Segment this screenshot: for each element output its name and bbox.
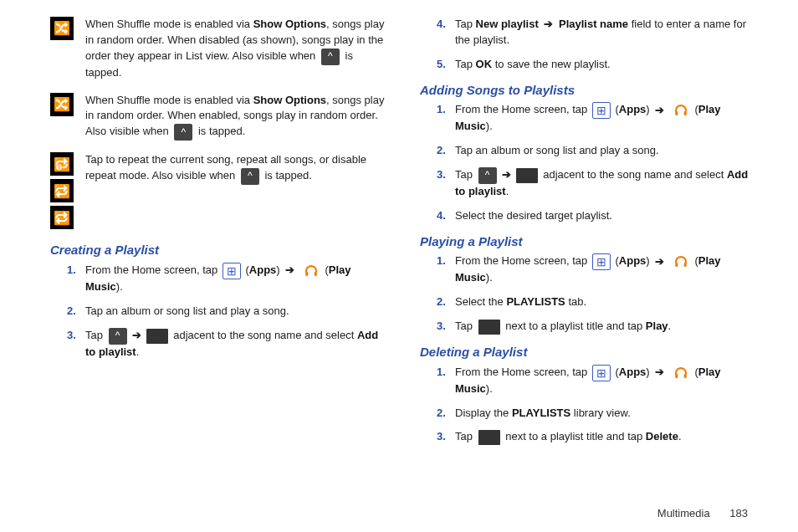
page-number: 183 bbox=[729, 507, 748, 519]
list-item: 2. Tap an album or song list and play a … bbox=[67, 304, 386, 320]
heading-adding-songs: Adding Songs to Playlists bbox=[420, 81, 756, 100]
list-item: 2. Select the PLAYLISTS tab. bbox=[437, 294, 756, 310]
svg-rect-3 bbox=[684, 111, 687, 115]
apps-icon: ⊞ bbox=[592, 253, 611, 270]
deleting-steps: 1. From the Home screen, tap ⊞ (Apps) ➔ … bbox=[420, 365, 756, 446]
svg-rect-0 bbox=[305, 272, 308, 276]
svg-rect-5 bbox=[684, 263, 687, 267]
arrow-icon: ➔ bbox=[502, 168, 511, 181]
heading-creating-playlist: Creating a Playlist bbox=[50, 241, 386, 259]
list-item: 1. From the Home screen, tap ⊞ (Apps) ➔ … bbox=[437, 102, 756, 135]
list-item: 4.Select the desired target playlist. bbox=[437, 208, 756, 224]
creating-steps-cont: 4. Tap New playlist ➔ Playlist name fiel… bbox=[420, 17, 756, 73]
repeat-one-icon: 🔂 bbox=[50, 152, 74, 176]
list-item: 4. Tap New playlist ➔ Playlist name fiel… bbox=[437, 17, 756, 49]
chevron-up-icon: ^ bbox=[478, 167, 497, 184]
shuffle-off-row: 🔀 When Shuffle mode is enabled via Show … bbox=[50, 17, 386, 81]
right-column: 4. Tap New playlist ➔ Playlist name fiel… bbox=[420, 17, 756, 453]
svg-rect-1 bbox=[315, 272, 317, 276]
shuffle-off-icon: 🔀 bbox=[50, 17, 74, 40]
headphones-icon bbox=[672, 253, 690, 270]
adding-steps: 1. From the Home screen, tap ⊞ (Apps) ➔ … bbox=[420, 102, 756, 223]
arrow-icon: ➔ bbox=[655, 255, 664, 268]
list-item: 2.Tap an album or song list and play a s… bbox=[437, 143, 756, 159]
arrow-icon: ➔ bbox=[132, 329, 141, 341]
heading-playing-playlist: Playing a Playlist bbox=[420, 233, 756, 251]
list-item: 3. Tap ^➔ adjacent to the song name and … bbox=[437, 167, 756, 200]
list-item: 1. From the Home screen, tap ⊞ (Apps) ➔ … bbox=[437, 253, 756, 286]
apps-icon: ⊞ bbox=[592, 365, 611, 381]
playing-steps: 1. From the Home screen, tap ⊞ (Apps) ➔ … bbox=[420, 253, 756, 335]
footer-section: Multimedia bbox=[657, 507, 710, 519]
menu-icon bbox=[478, 320, 500, 335]
page-footer: Multimedia 183 bbox=[657, 506, 748, 522]
list-item: 3. Tap ^➔ adjacent to the song name and … bbox=[67, 328, 386, 361]
headphones-icon bbox=[672, 102, 690, 119]
shuffle-off-text: When Shuffle mode is enabled via Show Op… bbox=[85, 17, 386, 81]
heading-deleting-playlist: Deleting a Playlist bbox=[420, 343, 756, 361]
svg-rect-2 bbox=[675, 111, 678, 115]
chevron-up-icon: ^ bbox=[109, 328, 127, 345]
creating-steps: 1. From the Home screen, tap ⊞ (Apps) ➔ … bbox=[50, 263, 386, 361]
repeat-off-icon: 🔁 bbox=[50, 206, 74, 229]
menu-icon bbox=[516, 168, 538, 183]
shuffle-on-row: 🔀 When Shuffle mode is enabled via Show … bbox=[50, 93, 386, 141]
chevron-up-icon: ^ bbox=[241, 168, 259, 185]
arrow-icon: ➔ bbox=[655, 366, 664, 378]
page-columns: 🔀 When Shuffle mode is enabled via Show … bbox=[50, 17, 756, 453]
shuffle-on-icon: 🔀 bbox=[50, 93, 74, 116]
svg-rect-7 bbox=[684, 373, 687, 377]
chevron-up-icon: ^ bbox=[174, 124, 192, 141]
repeat-text: Tap to repeat the current song, repeat a… bbox=[85, 152, 386, 229]
menu-icon bbox=[478, 430, 500, 445]
list-item: 2. Display the PLAYLISTS library view. bbox=[437, 406, 756, 422]
arrow-icon: ➔ bbox=[285, 263, 294, 276]
list-item: 3. Tap next to a playlist title and tap … bbox=[437, 429, 756, 445]
repeat-all-icon: 🔁 bbox=[50, 179, 74, 202]
left-column: 🔀 When Shuffle mode is enabled via Show … bbox=[50, 17, 386, 453]
repeat-row: 🔂 🔁 🔁 Tap to repeat the current song, re… bbox=[50, 152, 386, 229]
list-item: 1. From the Home screen, tap ⊞ (Apps) ➔ … bbox=[437, 365, 756, 397]
arrow-icon: ➔ bbox=[655, 104, 664, 116]
arrow-icon: ➔ bbox=[544, 18, 553, 30]
shuffle-on-text: When Shuffle mode is enabled via Show Op… bbox=[85, 93, 386, 141]
headphones-icon bbox=[302, 263, 320, 279]
menu-icon bbox=[146, 329, 168, 344]
apps-icon: ⊞ bbox=[592, 102, 611, 119]
list-item: 5. Tap OK to save the new playlist. bbox=[437, 57, 756, 73]
list-item: 1. From the Home screen, tap ⊞ (Apps) ➔ … bbox=[67, 263, 386, 295]
apps-icon: ⊞ bbox=[223, 263, 241, 279]
chevron-up-icon: ^ bbox=[321, 49, 340, 65]
svg-rect-4 bbox=[675, 263, 678, 267]
headphones-icon bbox=[672, 365, 690, 381]
svg-rect-6 bbox=[675, 373, 678, 377]
list-item: 3. Tap next to a playlist title and tap … bbox=[437, 319, 756, 335]
